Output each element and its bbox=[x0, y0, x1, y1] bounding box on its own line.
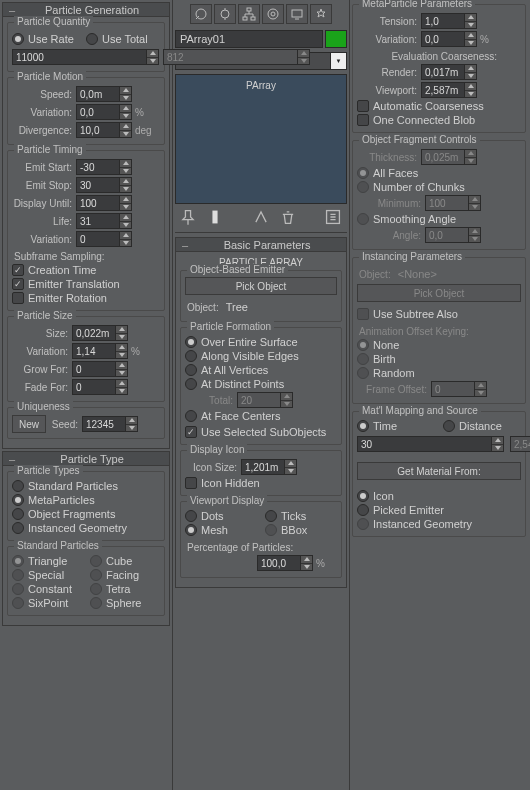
emitter-object-name: Tree bbox=[226, 301, 248, 313]
radio-sphere: Sphere bbox=[90, 597, 160, 609]
radio-mat-instanced-geometry: Instanced Geometry bbox=[357, 518, 521, 530]
smooth-angle-spinner bbox=[425, 227, 481, 243]
tension-spinner[interactable] bbox=[421, 13, 477, 29]
size-spinner[interactable] bbox=[72, 325, 128, 341]
group-instancing-parameters: Instancing Parameters Object: <None> Pic… bbox=[352, 257, 526, 404]
divergence-spinner[interactable] bbox=[76, 122, 132, 138]
rollup-particle-generation: –Particle Generation Particle Quantity U… bbox=[2, 2, 170, 449]
min-chunks-spinner bbox=[425, 195, 481, 211]
group-particle-types: Particle Types Standard Particles MetaPa… bbox=[7, 471, 165, 541]
instance-pick-object-button: Pick Object bbox=[357, 284, 521, 302]
rollup-header[interactable]: –Basic Parameters bbox=[175, 237, 347, 252]
check-icon-hidden[interactable]: Icon Hidden bbox=[185, 477, 337, 489]
tab-modify-icon[interactable] bbox=[214, 4, 236, 24]
panel-tabs bbox=[175, 2, 347, 28]
group-object-fragment-controls: Object Fragment Controls Thickness: All … bbox=[352, 140, 526, 250]
stack-item[interactable]: PArray bbox=[179, 78, 343, 93]
meta-variation-spinner[interactable] bbox=[421, 31, 477, 47]
rate-spinner[interactable] bbox=[12, 49, 159, 65]
viewport-coarse-spinner[interactable] bbox=[421, 82, 477, 98]
tab-utilities-icon[interactable] bbox=[310, 4, 332, 24]
speed-spinner[interactable] bbox=[76, 86, 132, 102]
check-creation-time[interactable]: Creation Time bbox=[12, 264, 160, 276]
display-until-spinner[interactable] bbox=[76, 195, 132, 211]
motion-variation-spinner[interactable] bbox=[76, 104, 132, 120]
tab-create-icon[interactable] bbox=[190, 4, 212, 24]
group-metaparticle-parameters: MetaParticle Parameters Tension: Variati… bbox=[352, 4, 526, 133]
radio-smoothing-angle: Smoothing Angle bbox=[357, 213, 521, 225]
show-end-result-icon[interactable] bbox=[206, 208, 224, 226]
group-standard-particles: Standard Particles Triangle Special Cons… bbox=[7, 546, 165, 616]
radio-use-total[interactable]: Use Total bbox=[86, 33, 160, 45]
tab-hierarchy-icon[interactable] bbox=[238, 4, 260, 24]
radio-visible-edges[interactable]: Along Visible Edges bbox=[185, 350, 337, 362]
remove-modifier-icon[interactable] bbox=[279, 208, 297, 226]
radio-mesh[interactable]: Mesh bbox=[185, 524, 257, 536]
radio-ticks[interactable]: Ticks bbox=[265, 510, 337, 522]
radio-entire-surface[interactable]: Over Entire Surface bbox=[185, 336, 337, 348]
radio-object-fragments[interactable]: Object Fragments bbox=[12, 508, 160, 520]
radio-bbox: BBox bbox=[265, 524, 337, 536]
group-viewport-display: Viewport Display Dots Mesh Ticks BBox Pe… bbox=[180, 501, 342, 578]
total-spinner bbox=[163, 49, 310, 65]
percentage-spinner[interactable] bbox=[257, 555, 313, 571]
rollup-header[interactable]: –Particle Generation bbox=[2, 2, 170, 17]
radio-distance[interactable]: Distance bbox=[443, 420, 521, 432]
check-use-selected-subobjects[interactable]: Use Selected SubObjects bbox=[185, 426, 337, 438]
pin-stack-icon[interactable] bbox=[179, 208, 197, 226]
tab-motion-icon[interactable] bbox=[262, 4, 284, 24]
radio-constant: Constant bbox=[12, 583, 82, 595]
radio-standard-particles[interactable]: Standard Particles bbox=[12, 480, 160, 492]
check-emitter-rotation[interactable]: Emitter Rotation bbox=[12, 292, 160, 304]
object-name-input[interactable] bbox=[175, 30, 323, 48]
radio-cube: Cube bbox=[90, 555, 160, 567]
group-display-icon: Display Icon Icon Size: Icon Hidden bbox=[180, 450, 342, 496]
group-particle-formation: Particle Formation Over Entire Surface A… bbox=[180, 327, 342, 445]
radio-keying-birth: Birth bbox=[357, 353, 521, 365]
radio-distinct-points[interactable]: At Distinct Points bbox=[185, 378, 337, 390]
radio-time[interactable]: Time bbox=[357, 420, 435, 432]
emit-start-spinner[interactable] bbox=[76, 159, 132, 175]
check-automatic-coarseness[interactable]: Automatic Coarseness bbox=[357, 100, 521, 112]
radio-facing: Facing bbox=[90, 569, 160, 581]
fade-for-spinner[interactable] bbox=[72, 379, 128, 395]
radio-instanced-geometry[interactable]: Instanced Geometry bbox=[12, 522, 160, 534]
object-color-swatch[interactable] bbox=[325, 30, 347, 48]
seed-spinner[interactable] bbox=[82, 416, 138, 432]
group-object-emitter: Object-Based Emitter Pick Object Object:… bbox=[180, 270, 342, 322]
distance-spinner bbox=[510, 436, 530, 452]
radio-metaparticles[interactable]: MetaParticles bbox=[12, 494, 160, 506]
render-coarse-spinner[interactable] bbox=[421, 64, 477, 80]
grow-for-spinner[interactable] bbox=[72, 361, 128, 377]
emit-stop-spinner[interactable] bbox=[76, 177, 132, 193]
svg-rect-7 bbox=[213, 211, 218, 224]
svg-point-5 bbox=[271, 12, 275, 16]
radio-all-vertices[interactable]: At All Vertices bbox=[185, 364, 337, 376]
icon-size-spinner[interactable] bbox=[241, 459, 297, 475]
rollup-header[interactable]: –Particle Type bbox=[2, 451, 170, 466]
radio-sixpoint: SixPoint bbox=[12, 597, 82, 609]
radio-mat-picked-emitter[interactable]: Picked Emitter bbox=[357, 504, 521, 516]
modifier-stack[interactable]: PArray bbox=[175, 74, 347, 204]
timing-variation-spinner[interactable] bbox=[76, 231, 132, 247]
pick-object-button[interactable]: Pick Object bbox=[185, 277, 337, 295]
check-emitter-translation[interactable]: Emitter Translation bbox=[12, 278, 160, 290]
size-variation-spinner[interactable] bbox=[72, 343, 128, 359]
svg-rect-3 bbox=[251, 17, 255, 20]
frame-offset-spinner bbox=[431, 381, 487, 397]
rollup-basic-parameters: –Basic Parameters PARTICLE ARRAY Object-… bbox=[175, 237, 347, 588]
configure-sets-icon[interactable] bbox=[324, 208, 342, 226]
radio-mat-icon[interactable]: Icon bbox=[357, 490, 521, 502]
tab-display-icon[interactable] bbox=[286, 4, 308, 24]
radio-use-rate[interactable]: Use Rate bbox=[12, 33, 86, 45]
life-spinner[interactable] bbox=[76, 213, 132, 229]
new-seed-button[interactable]: New bbox=[12, 415, 46, 433]
radio-face-centers[interactable]: At Face Centers bbox=[185, 410, 337, 422]
check-use-subtree: Use Subtree Also bbox=[357, 308, 521, 320]
group-particle-motion: Particle Motion Speed: Variation:% Diver… bbox=[7, 77, 165, 145]
radio-dots[interactable]: Dots bbox=[185, 510, 257, 522]
get-material-from-button[interactable]: Get Material From: bbox=[357, 462, 521, 480]
check-one-connected-blob[interactable]: One Connected Blob bbox=[357, 114, 521, 126]
time-spinner[interactable] bbox=[357, 436, 504, 452]
make-unique-icon[interactable] bbox=[252, 208, 270, 226]
